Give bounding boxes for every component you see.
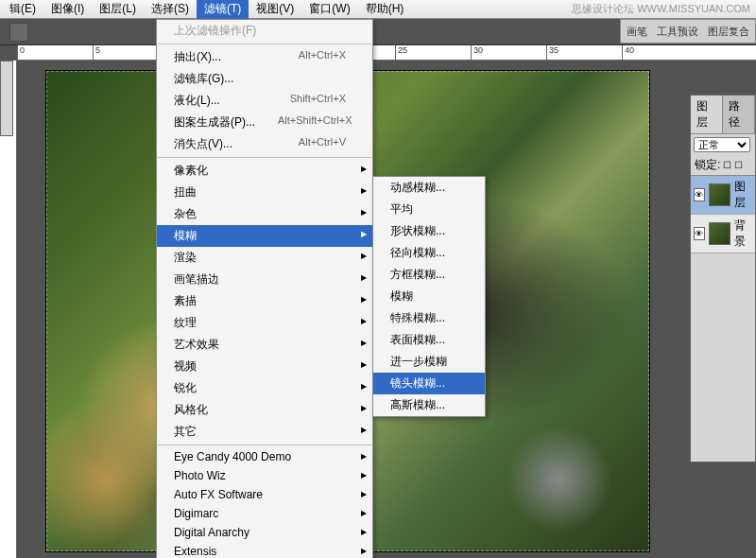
menu-item[interactable]: 液化(L)...Shift+Ctrl+X (157, 90, 372, 112)
menu-2[interactable]: 图层(L) (92, 0, 144, 19)
panel-tabs: 图层 路径 (691, 96, 755, 134)
swatch-panel (0, 61, 13, 136)
visibility-icon[interactable]: 👁 (694, 227, 705, 240)
menu-item[interactable]: Eye Candy 4000 Demo (157, 447, 372, 466)
layers-panel: 图层 路径 正常 锁定: ☐ ☐ 👁图层👁背景 (690, 95, 756, 462)
tab-layers[interactable]: 图层 (691, 96, 723, 133)
menu-item[interactable]: Digital Anarchy (157, 523, 372, 542)
submenu-item[interactable]: 镜头模糊... (373, 373, 485, 394)
ruler-horizontal: 0510152025303540 (17, 45, 756, 61)
layer-name: 背景 (734, 218, 752, 250)
submenu-item[interactable]: 平均 (373, 199, 485, 220)
menu-7[interactable]: 帮助(H) (358, 0, 412, 19)
submenu-item[interactable]: 模糊 (373, 286, 485, 307)
menu-item[interactable]: Extensis (157, 542, 372, 558)
tab-paths[interactable]: 路径 (723, 96, 755, 133)
blur-submenu: 动感模糊...平均形状模糊...径向模糊...方框模糊...模糊特殊模糊...表… (372, 176, 486, 417)
submenu-item[interactable]: 进一步模糊 (373, 351, 485, 373)
menu-item[interactable]: 画笔描边 (157, 269, 372, 290)
layer-row[interactable]: 👁背景 (691, 215, 755, 253)
menu-item[interactable]: 纹理 (157, 312, 372, 334)
submenu-item[interactable]: 方框模糊... (373, 264, 485, 286)
watermark: 思缘设计论坛 WWW.MISSYUAN.COM (572, 2, 750, 16)
menu-item[interactable]: 滤镜库(G)... (157, 68, 372, 90)
menu-3[interactable]: 选择(S) (144, 0, 197, 19)
tool-preset-icon[interactable] (9, 23, 28, 42)
menu-item[interactable]: 杂色 (157, 203, 372, 225)
toolopt-1[interactable]: 工具预设 (657, 25, 698, 39)
toolopt-2[interactable]: 图层复合 (708, 25, 749, 39)
filter-menu: 上次滤镜操作(F)抽出(X)...Alt+Ctrl+X滤镜库(G)...液化(L… (156, 19, 373, 558)
toolopt-0[interactable]: 画笔 (627, 25, 647, 39)
menu-item[interactable]: 抽出(X)...Alt+Ctrl+X (157, 46, 372, 68)
menu-item[interactable]: 像素化 (157, 160, 372, 182)
menu-0[interactable]: 辑(E) (2, 0, 43, 19)
menu-item[interactable]: 渲染 (157, 247, 372, 269)
menu-item[interactable]: 模糊 (157, 225, 372, 247)
menu-item[interactable]: 图案生成器(P)...Alt+Shift+Ctrl+X (157, 112, 372, 133)
submenu-item[interactable]: 动感模糊... (373, 177, 485, 199)
menu-item[interactable]: 消失点(V)...Alt+Ctrl+V (157, 133, 372, 155)
menu-item[interactable]: 素描 (157, 290, 372, 312)
layer-name: 图层 (734, 179, 752, 211)
menu-item[interactable]: Photo Wiz (157, 466, 372, 485)
layer-row[interactable]: 👁图层 (691, 176, 755, 215)
blend-mode-select[interactable]: 正常 (694, 137, 750, 152)
tool-options: 画笔工具预设图层复合 (620, 19, 756, 44)
menu-item[interactable]: 其它 (157, 421, 372, 443)
submenu-item[interactable]: 形状模糊... (373, 220, 485, 242)
menu-item[interactable]: 锐化 (157, 377, 372, 399)
layer-thumb (709, 222, 730, 245)
menu-item[interactable]: Auto FX Software (157, 485, 372, 504)
menu-6[interactable]: 窗口(W) (301, 0, 357, 19)
submenu-item[interactable]: 表面模糊... (373, 329, 485, 351)
menu-item: 上次滤镜操作(F) (157, 20, 372, 42)
submenu-item[interactable]: 径向模糊... (373, 242, 485, 264)
lock-options: 锁定: ☐ ☐ (691, 155, 755, 176)
menu-5[interactable]: 视图(V) (249, 0, 301, 19)
menu-item[interactable]: 艺术效果 (157, 334, 372, 356)
visibility-icon[interactable]: 👁 (694, 188, 705, 201)
menu-4[interactable]: 滤镜(T) (197, 0, 249, 19)
menu-item[interactable]: 扭曲 (157, 182, 372, 203)
submenu-item[interactable]: 特殊模糊... (373, 307, 485, 329)
menu-item[interactable]: 视频 (157, 356, 372, 377)
layer-thumb (709, 183, 730, 206)
menu-1[interactable]: 图像(I) (43, 0, 92, 19)
menu-item[interactable]: Digimarc (157, 504, 372, 523)
submenu-item[interactable]: 高斯模糊... (373, 394, 485, 416)
menu-item[interactable]: 风格化 (157, 399, 372, 421)
